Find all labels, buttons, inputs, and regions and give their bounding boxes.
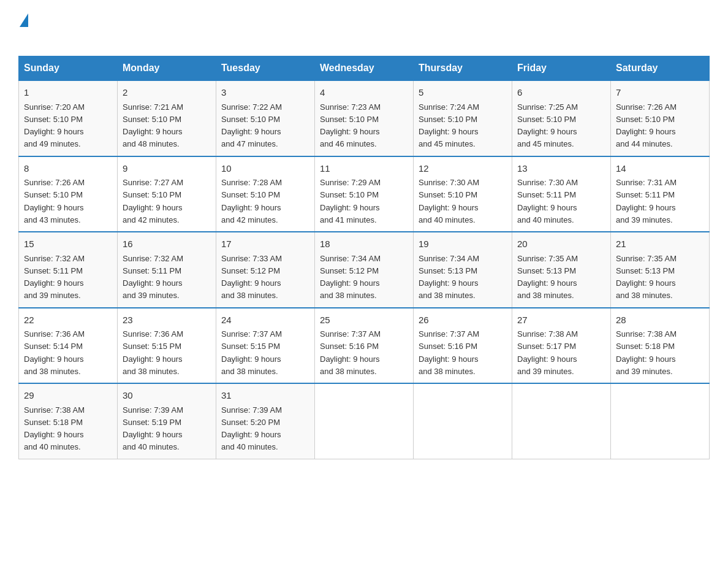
day-info: Sunrise: 7:35 AMSunset: 5:13 PMDaylight:… [517,254,578,301]
day-info: Sunrise: 7:21 AMSunset: 5:10 PMDaylight:… [123,102,183,149]
column-header-thursday: Thursday [414,56,512,81]
calendar-cell: 29 Sunrise: 7:38 AMSunset: 5:18 PMDaylig… [19,383,118,459]
logo-triangle-icon [20,13,28,27]
calendar-cell: 7 Sunrise: 7:26 AMSunset: 5:10 PMDayligh… [611,80,710,156]
day-number: 24 [221,313,309,327]
calendar-cell: 31 Sunrise: 7:39 AMSunset: 5:20 PMDaylig… [216,383,315,459]
day-info: Sunrise: 7:34 AMSunset: 5:12 PMDaylight:… [320,254,381,301]
calendar-cell: 11 Sunrise: 7:29 AMSunset: 5:10 PMDaylig… [315,156,414,232]
day-info: Sunrise: 7:35 AMSunset: 5:13 PMDaylight:… [616,254,677,301]
calendar-cell: 3 Sunrise: 7:22 AMSunset: 5:10 PMDayligh… [216,80,315,156]
page-header [18,12,710,45]
day-number: 13 [517,162,605,176]
day-number: 1 [24,86,112,100]
day-number: 11 [320,162,408,176]
day-info: Sunrise: 7:34 AMSunset: 5:13 PMDaylight:… [419,254,479,301]
day-info: Sunrise: 7:32 AMSunset: 5:11 PMDaylight:… [24,254,85,301]
day-info: Sunrise: 7:27 AMSunset: 5:10 PMDaylight:… [123,178,183,224]
calendar-cell: 24 Sunrise: 7:37 AMSunset: 5:15 PMDaylig… [216,308,315,384]
calendar-cell: 14 Sunrise: 7:31 AMSunset: 5:11 PMDaylig… [611,156,710,232]
calendar-body: 1 Sunrise: 7:20 AMSunset: 5:10 PMDayligh… [19,80,710,459]
calendar-cell [315,383,414,459]
day-info: Sunrise: 7:37 AMSunset: 5:15 PMDaylight:… [221,329,282,376]
calendar-cell: 1 Sunrise: 7:20 AMSunset: 5:10 PMDayligh… [19,80,118,156]
day-number: 19 [419,237,507,251]
day-number: 16 [123,237,211,251]
day-number: 8 [24,162,112,176]
day-info: Sunrise: 7:28 AMSunset: 5:10 PMDaylight:… [221,178,282,224]
day-info: Sunrise: 7:30 AMSunset: 5:10 PMDaylight:… [419,178,479,224]
calendar-cell: 6 Sunrise: 7:25 AMSunset: 5:10 PMDayligh… [512,80,611,156]
calendar-cell: 22 Sunrise: 7:36 AMSunset: 5:14 PMDaylig… [19,308,118,384]
day-number: 30 [123,389,211,403]
calendar-week-row: 22 Sunrise: 7:36 AMSunset: 5:14 PMDaylig… [19,308,710,384]
calendar-cell [611,383,710,459]
calendar-cell: 5 Sunrise: 7:24 AMSunset: 5:10 PMDayligh… [414,80,512,156]
day-info: Sunrise: 7:23 AMSunset: 5:10 PMDaylight:… [320,102,381,149]
day-number: 26 [419,313,507,327]
calendar-week-row: 8 Sunrise: 7:26 AMSunset: 5:10 PMDayligh… [19,156,710,232]
calendar-cell: 21 Sunrise: 7:35 AMSunset: 5:13 PMDaylig… [611,232,710,308]
day-number: 20 [517,237,605,251]
day-info: Sunrise: 7:26 AMSunset: 5:10 PMDaylight:… [24,178,85,224]
calendar-cell: 9 Sunrise: 7:27 AMSunset: 5:10 PMDayligh… [118,156,216,232]
day-number: 10 [221,162,309,176]
calendar-cell: 27 Sunrise: 7:38 AMSunset: 5:17 PMDaylig… [512,308,611,384]
day-info: Sunrise: 7:36 AMSunset: 5:14 PMDaylight:… [24,329,85,376]
column-header-sunday: Sunday [19,56,118,81]
calendar-cell: 19 Sunrise: 7:34 AMSunset: 5:13 PMDaylig… [414,232,512,308]
calendar-table: SundayMondayTuesdayWednesdayThursdayFrid… [18,56,710,459]
day-number: 27 [517,313,605,327]
day-number: 29 [24,389,112,403]
day-info: Sunrise: 7:39 AMSunset: 5:19 PMDaylight:… [123,405,183,452]
day-number: 9 [123,162,211,176]
day-number: 23 [123,313,211,327]
calendar-cell: 4 Sunrise: 7:23 AMSunset: 5:10 PMDayligh… [315,80,414,156]
day-info: Sunrise: 7:36 AMSunset: 5:15 PMDaylight:… [123,329,183,376]
calendar-cell [512,383,611,459]
calendar-cell: 10 Sunrise: 7:28 AMSunset: 5:10 PMDaylig… [216,156,315,232]
day-info: Sunrise: 7:39 AMSunset: 5:20 PMDaylight:… [221,405,282,452]
day-info: Sunrise: 7:26 AMSunset: 5:10 PMDaylight:… [616,102,677,149]
day-info: Sunrise: 7:32 AMSunset: 5:11 PMDaylight:… [123,254,183,301]
logo [18,12,29,45]
day-number: 15 [24,237,112,251]
day-number: 21 [616,237,704,251]
calendar-cell: 20 Sunrise: 7:35 AMSunset: 5:13 PMDaylig… [512,232,611,308]
calendar-cell: 28 Sunrise: 7:38 AMSunset: 5:18 PMDaylig… [611,308,710,384]
calendar-cell: 25 Sunrise: 7:37 AMSunset: 5:16 PMDaylig… [315,308,414,384]
day-number: 4 [320,86,408,100]
day-number: 5 [419,86,507,100]
calendar-cell: 26 Sunrise: 7:37 AMSunset: 5:16 PMDaylig… [414,308,512,384]
day-info: Sunrise: 7:25 AMSunset: 5:10 PMDaylight:… [517,102,578,149]
calendar-cell: 12 Sunrise: 7:30 AMSunset: 5:10 PMDaylig… [414,156,512,232]
calendar-cell: 15 Sunrise: 7:32 AMSunset: 5:11 PMDaylig… [19,232,118,308]
day-info: Sunrise: 7:37 AMSunset: 5:16 PMDaylight:… [419,329,479,376]
day-info: Sunrise: 7:30 AMSunset: 5:11 PMDaylight:… [517,178,578,224]
day-number: 18 [320,237,408,251]
calendar-cell: 16 Sunrise: 7:32 AMSunset: 5:11 PMDaylig… [118,232,216,308]
day-info: Sunrise: 7:24 AMSunset: 5:10 PMDaylight:… [419,102,479,149]
day-number: 22 [24,313,112,327]
day-number: 14 [616,162,704,176]
calendar-week-row: 1 Sunrise: 7:20 AMSunset: 5:10 PMDayligh… [19,80,710,156]
day-info: Sunrise: 7:37 AMSunset: 5:16 PMDaylight:… [320,329,381,376]
day-info: Sunrise: 7:22 AMSunset: 5:10 PMDaylight:… [221,102,282,149]
day-info: Sunrise: 7:38 AMSunset: 5:17 PMDaylight:… [517,329,578,376]
calendar-cell: 30 Sunrise: 7:39 AMSunset: 5:19 PMDaylig… [118,383,216,459]
calendar-cell: 13 Sunrise: 7:30 AMSunset: 5:11 PMDaylig… [512,156,611,232]
column-header-wednesday: Wednesday [315,56,414,81]
header-row: SundayMondayTuesdayWednesdayThursdayFrid… [19,56,710,81]
day-number: 28 [616,313,704,327]
calendar-cell: 2 Sunrise: 7:21 AMSunset: 5:10 PMDayligh… [118,80,216,156]
column-header-friday: Friday [512,56,611,81]
day-number: 2 [123,86,211,100]
day-number: 12 [419,162,507,176]
day-info: Sunrise: 7:29 AMSunset: 5:10 PMDaylight:… [320,178,381,224]
calendar-week-row: 29 Sunrise: 7:38 AMSunset: 5:18 PMDaylig… [19,383,710,459]
day-number: 7 [616,86,704,100]
day-info: Sunrise: 7:31 AMSunset: 5:11 PMDaylight:… [616,178,677,224]
calendar-cell [414,383,512,459]
day-info: Sunrise: 7:33 AMSunset: 5:12 PMDaylight:… [221,254,282,301]
calendar-cell: 23 Sunrise: 7:36 AMSunset: 5:15 PMDaylig… [118,308,216,384]
